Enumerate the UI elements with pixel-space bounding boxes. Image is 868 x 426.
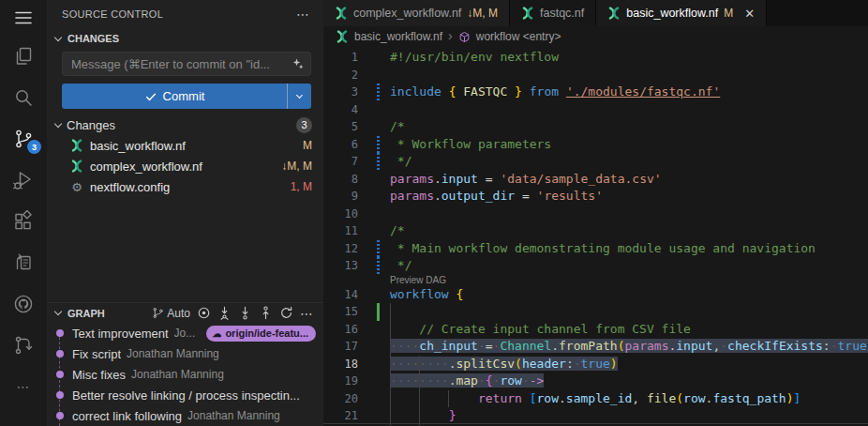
code-line-17[interactable]: 17····ch_input·=·Channel.fromPath(params… [323,338,868,356]
changes-tree-header[interactable]: Changes 3 [47,114,323,135]
commit-author: Jonathan Manning [131,368,224,381]
sidebar-more-icon[interactable]: ⋯ [296,7,310,22]
sidebar-spacer [47,197,323,302]
line-number: 1 [323,49,358,67]
graph-action-refresh[interactable] [277,305,295,321]
line-number: 6 [323,136,358,154]
activity-item-source-control[interactable]: 3 [0,118,47,160]
code-area[interactable]: 1#!/usr/bin/env nextflow23include { FAST… [323,47,868,426]
line-number: 20 [323,390,358,408]
commit-message: Misc fixes [72,368,126,382]
nextflow-icon [69,160,84,173]
tab-close-icon[interactable]: ✕ [744,8,755,20]
code-line-6[interactable]: 6 * Workflow parameters [323,136,868,154]
activity-item-explorer[interactable] [0,36,47,77]
refresh-icon [279,306,293,320]
commit-dot [47,412,72,419]
line-number: 5 [323,118,358,136]
code-line-5[interactable]: 5/* [323,118,868,136]
commit-row[interactable]: Fix scriptJonathan Manning [47,343,323,364]
code-line-3[interactable]: 3include { FASTQC } from './modules/fast… [323,84,868,101]
breadcrumb[interactable]: basic_workflow.nf › workflow <entry> [323,26,868,47]
branch-ref-pill[interactable]: ☁origin/ide-featu... [206,326,316,342]
activity-item-document-sync[interactable] [0,242,47,283]
code-line-1[interactable]: 1#!/usr/bin/env nextflow [323,49,868,67]
file-name[interactable]: basic_workflow.nf [90,139,295,153]
editor-tab-fastqc.nf[interactable]: fastqc.nf [510,0,596,26]
breadcrumb-symbol[interactable]: workflow <entry> [476,30,561,43]
changes-count-badge: 3 [296,117,312,133]
commit-row[interactable]: Misc fixesJonathan Manning [47,364,323,385]
sidebar-header: SOURCE CONTROL ⋯ [47,0,323,28]
file-name[interactable]: nextflow.config [90,180,283,194]
code-line-15[interactable]: 15 [323,303,868,321]
codelens-preview-dag[interactable]: Preview DAG [323,275,868,286]
commit-button[interactable]: Commit [62,84,311,109]
activity-item-more[interactable]: ⋯ [0,366,47,407]
code-line-16[interactable]: 16 // Create input channel from CSV file [323,321,868,339]
commit-row[interactable]: Text improvementJo...☁origin/ide-featu..… [47,323,323,343]
line-number: 7 [323,153,358,171]
chevron-down-icon [54,33,62,40]
commit-dot [47,391,72,399]
code-line-19[interactable]: 19········.map·{·row·-> [323,373,868,390]
code-line-18[interactable]: 18········.splitCsv(header:·true) [323,356,868,373]
more-icon: ⋯ [300,306,314,321]
line-number: 16 [323,321,358,339]
search-icon [12,86,35,109]
code-line-4[interactable]: 4 [323,101,868,119]
code-line-10[interactable]: 10 [323,205,868,223]
commit-message-input[interactable]: Message (⌘Enter to commit on "id... [62,52,311,76]
vscode-window: 3⋯ SOURCE CONTROL ⋯ CHANGES Message (⌘En… [0,0,868,426]
activity-item-search[interactable] [0,77,47,118]
activity-item-github[interactable] [0,283,47,325]
graph-action-auto-repo[interactable]: Auto [150,306,192,321]
code-line-11[interactable]: 11/* [323,222,868,240]
commit-dot [47,371,72,378]
commit-dropdown-button[interactable] [287,84,311,109]
changes-section-header[interactable]: CHANGES [47,28,323,49]
line-number: 10 [323,205,358,223]
commit-button-main[interactable]: Commit [62,84,287,109]
activity-item-extensions[interactable] [0,201,47,242]
code-line-9[interactable]: 9params.output_dir = 'results' [323,188,868,205]
code-line-2[interactable]: 2 [323,67,868,84]
graph-action-pull[interactable] [236,305,254,321]
commit-row[interactable]: correct link followingJonathan Manning [47,405,323,426]
branch-icon [152,307,164,319]
code-line-12[interactable]: 12 * Main workflow demonstrating module … [323,240,868,258]
activity-item-git-graph[interactable] [0,325,47,366]
code-line-8[interactable]: 8params.input = 'data/sample_data.csv' [323,171,868,189]
commit-message: Fix script [72,347,121,361]
change-file-row[interactable]: complex_workflow.nf↓M, M [47,156,323,176]
code-line-13[interactable]: 13 */ [323,257,868,275]
change-file-row[interactable]: basic_workflow.nfM [47,135,323,156]
commit-row[interactable]: Better resolve linking / process inspect… [47,385,323,405]
change-file-row[interactable]: ⚙nextflow.config1, M [47,176,323,197]
graph-action-goto-current[interactable] [195,305,213,321]
line-number: 8 [323,171,358,189]
graph-section-header[interactable]: GRAPH Auto⋯ [47,302,323,323]
code-line-20[interactable]: 20 return [row.sample_id, file(row.fastq… [323,390,868,408]
commit-message-placeholder: Message (⌘Enter to commit on "id... [71,57,292,71]
gear-icon: ⚙ [69,181,84,193]
graph-action-push[interactable] [257,305,275,321]
sparkle-icon[interactable] [292,57,305,70]
git-modified-gutter [377,84,380,101]
menu-icon[interactable] [0,0,47,36]
indent-guide [390,303,391,425]
graph-action-more-actions[interactable]: ⋯ [298,305,316,322]
code-line-14[interactable]: 14workflow { [323,286,868,304]
editor-tab-basic_workflow.nf[interactable]: basic_workflow.nfM✕ [596,0,767,26]
activity-item-run-and-debug[interactable] [0,160,47,201]
graph-action-fetch[interactable] [216,305,233,321]
git-modified-gutter [377,240,380,258]
file-name[interactable]: complex_workflow.nf [90,160,274,174]
nextflow-icon [69,139,84,152]
code-line-7[interactable]: 7 */ [323,153,868,171]
line-number: 18 [323,356,358,373]
breadcrumb-file[interactable]: basic_workflow.nf [354,30,442,43]
code-line-21[interactable]: 21 } [323,407,868,425]
editor-tab-complex_workflow.nf[interactable]: complex_workflow.nf↓M, M [323,0,510,26]
line-number: 21 [323,407,358,425]
